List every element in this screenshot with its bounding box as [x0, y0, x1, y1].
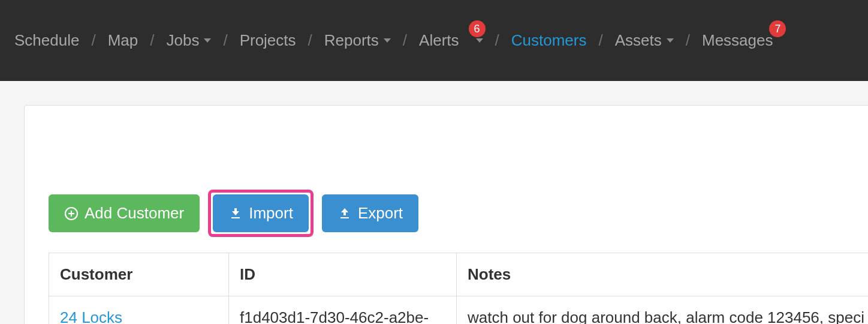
button-label: Export	[358, 204, 403, 223]
customer-id: f1d403d1-7d30-46c2-a2be-	[229, 296, 457, 325]
nav-label: Jobs	[166, 31, 199, 50]
nav-assets[interactable]: Assets	[615, 31, 674, 50]
nav-separator: /	[495, 31, 499, 50]
nav-customers[interactable]: Customers	[511, 31, 587, 50]
nav-reports[interactable]: Reports	[324, 31, 391, 50]
chevron-down-icon	[384, 38, 391, 43]
nav-label: Projects	[240, 31, 296, 50]
nav-schedule[interactable]: Schedule	[14, 31, 79, 50]
column-header-id[interactable]: ID	[229, 253, 457, 296]
nav-messages[interactable]: Messages 7	[702, 31, 773, 50]
nav-separator: /	[223, 31, 227, 50]
import-icon	[228, 206, 243, 221]
customers-table: Customer ID Notes 24 Locks f1d403d1-7d30…	[49, 253, 868, 324]
column-header-notes[interactable]: Notes	[457, 253, 869, 296]
messages-badge: 7	[769, 20, 786, 37]
alerts-badge: 6	[469, 20, 486, 37]
button-label: Import	[249, 204, 293, 223]
nav-separator: /	[403, 31, 407, 50]
nav-alerts[interactable]: Alerts 6	[419, 31, 483, 50]
nav-jobs[interactable]: Jobs	[166, 31, 211, 50]
customer-notes: watch out for dog around back, alarm cod…	[457, 296, 869, 325]
plus-circle-icon	[64, 206, 79, 221]
nav-label: Alerts	[419, 31, 459, 50]
customer-link[interactable]: 24 Locks	[49, 296, 229, 325]
table-header-row: Customer ID Notes	[49, 253, 869, 296]
top-navbar: Schedule / Map / Jobs / Projects / Repor…	[0, 0, 868, 81]
button-label: Add Customer	[85, 204, 184, 223]
column-header-customer[interactable]: Customer	[49, 253, 229, 296]
nav-separator: /	[150, 31, 154, 50]
table-row: 24 Locks f1d403d1-7d30-46c2-a2be- watch …	[49, 296, 869, 325]
nav-label: Assets	[615, 31, 662, 50]
nav-label: Map	[108, 31, 138, 50]
export-icon	[337, 206, 352, 221]
nav-separator: /	[91, 31, 95, 50]
highlight-annotation: Import	[208, 190, 314, 237]
chevron-down-icon	[204, 38, 211, 43]
export-button[interactable]: Export	[322, 194, 418, 232]
nav-projects[interactable]: Projects	[240, 31, 296, 50]
chevron-down-icon	[476, 38, 483, 43]
chevron-down-icon	[667, 38, 674, 43]
nav-separator: /	[598, 31, 602, 50]
nav-label: Messages	[702, 31, 773, 50]
nav-map[interactable]: Map	[108, 31, 138, 50]
nav-label: Schedule	[14, 31, 79, 50]
nav-label: Reports	[324, 31, 379, 50]
nav-separator: /	[686, 31, 690, 50]
content-area: Add Customer Import Export	[0, 81, 868, 324]
action-button-row: Add Customer Import Export	[49, 190, 868, 237]
nav-label: Customers	[511, 31, 587, 50]
nav-separator: /	[308, 31, 312, 50]
customers-panel: Add Customer Import Export	[24, 105, 868, 324]
add-customer-button[interactable]: Add Customer	[49, 194, 200, 232]
import-button[interactable]: Import	[213, 194, 309, 232]
